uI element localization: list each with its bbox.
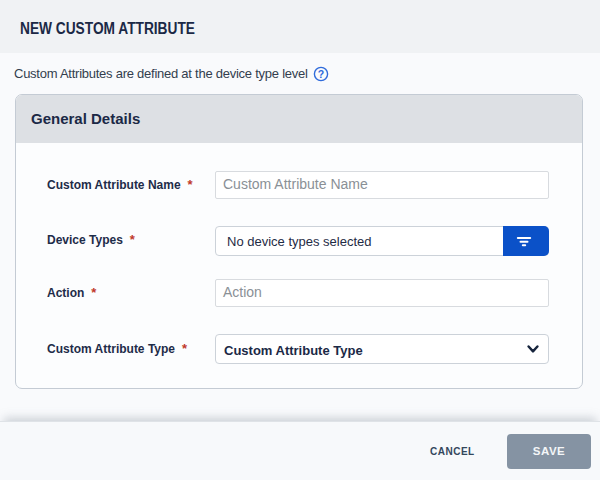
svg-text:?: ? — [318, 68, 324, 80]
